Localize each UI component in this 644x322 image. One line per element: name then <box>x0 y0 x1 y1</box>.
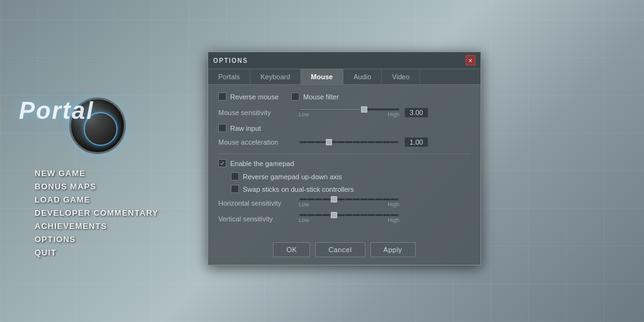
menu-item-achievements[interactable]: ACHIEVEMENTS <box>35 221 158 231</box>
mouse-sensitivity-fill <box>299 109 364 110</box>
vertical-sensitivity-label: Vertical sensitivity <box>218 215 294 223</box>
vertical-sensitivity-high: High <box>387 217 399 223</box>
menu-item-developer-commentary[interactable]: DEVELOPER COMMENTARY <box>35 208 158 218</box>
ok-button[interactable]: OK <box>273 242 310 257</box>
portal-logo: Portal <box>19 97 94 125</box>
swap-sticks-text: Swap sticks on dual-stick controllers <box>243 186 354 193</box>
mouse-sensitivity-label: Mouse sensitivity <box>218 109 294 116</box>
horizontal-sensitivity-row: Horizontal sensitivity Low High <box>218 198 470 208</box>
vertical-sensitivity-thumb[interactable] <box>331 212 337 218</box>
main-menu: NEW GAME BONUS MAPS LOAD GAME DEVELOPER … <box>35 169 158 257</box>
cancel-button[interactable]: Cancel <box>315 242 365 257</box>
enable-gamepad-text: Enable the gamepad <box>230 160 294 167</box>
menu-item-options[interactable]: OPTIONS <box>35 235 158 244</box>
mouse-filter-text: Mouse filter <box>303 93 339 101</box>
raw-input-checkbox[interactable] <box>218 124 226 132</box>
enable-gamepad-label[interactable]: Enable the gamepad <box>218 159 294 167</box>
horizontal-sensitivity-thumb[interactable] <box>331 196 337 203</box>
reverse-mouse-text: Reverse mouse <box>230 93 279 101</box>
tab-audio[interactable]: Audio <box>343 69 382 84</box>
vertical-sensitivity-slider-container: Low High <box>299 214 399 223</box>
tab-portals[interactable]: Portals <box>208 69 250 84</box>
menu-item-bonus-maps[interactable]: BONUS MAPS <box>35 182 158 191</box>
mouse-sensitivity-row: Mouse sensitivity Low High 3.00 <box>218 107 470 118</box>
reverse-gamepad-text: Reverse gamepad up-down axis <box>243 173 342 180</box>
mouse-sensitivity-low: Low <box>299 111 309 118</box>
reverse-mouse-label[interactable]: Reverse mouse <box>218 92 279 101</box>
divider-1 <box>218 153 470 154</box>
mouse-sensitivity-value: 3.00 <box>404 108 428 118</box>
dialog-tabs: Portals Keyboard Mouse Audio Video <box>208 69 480 85</box>
tab-keyboard[interactable]: Keyboard <box>250 69 301 84</box>
row-swap-sticks: Swap sticks on dual-stick controllers <box>231 185 470 193</box>
row-enable-gamepad: Enable the gamepad <box>218 159 470 167</box>
horizontal-sensitivity-high: High <box>387 201 399 208</box>
close-button[interactable]: × <box>465 55 475 65</box>
apply-button[interactable]: Apply <box>370 242 416 257</box>
options-dialog: OPTIONS × Portals Keyboard Mouse Audio V… <box>208 52 481 265</box>
horizontal-sensitivity-low: Low <box>299 201 309 208</box>
menu-item-quit[interactable]: QUIT <box>35 248 158 257</box>
mouse-sensitivity-track[interactable] <box>299 108 399 111</box>
vertical-sensitivity-row: Vertical sensitivity Low High <box>218 214 470 223</box>
mouse-acceleration-thumb[interactable] <box>326 139 332 145</box>
mouse-acceleration-value: 1.00 <box>404 137 428 147</box>
mouse-filter-checkbox[interactable] <box>291 92 299 101</box>
row-reverse-mouse-filter: Reverse mouse Mouse filter <box>218 92 470 101</box>
reverse-gamepad-label[interactable]: Reverse gamepad up-down axis <box>231 172 342 180</box>
mouse-acceleration-track[interactable] <box>299 141 399 143</box>
horizontal-sensitivity-slider-container: Low High <box>299 198 399 208</box>
dialog-body: Reverse mouse Mouse filter Mouse sensiti… <box>208 85 480 237</box>
tab-mouse[interactable]: Mouse <box>301 69 343 84</box>
horizontal-sensitivity-label: Horizontal sensitivity <box>218 199 294 207</box>
mouse-acceleration-label: Mouse acceleration <box>218 138 294 146</box>
vertical-sensitivity-labels: Low High <box>299 217 399 223</box>
horizontal-sensitivity-track[interactable] <box>299 198 399 201</box>
mouse-sensitivity-labels: Low High <box>299 111 399 118</box>
mouse-sensitivity-slider-container: Low High <box>299 107 399 118</box>
mouse-filter-label[interactable]: Mouse filter <box>291 92 339 101</box>
reverse-gamepad-checkbox[interactable] <box>231 172 239 180</box>
dialog-titlebar: OPTIONS × <box>208 52 480 69</box>
vertical-sensitivity-track[interactable] <box>299 214 399 216</box>
mouse-acceleration-row: Mouse acceleration 1.00 <box>218 137 470 147</box>
enable-gamepad-checkbox[interactable] <box>218 159 226 167</box>
menu-item-load-game[interactable]: LOAD GAME <box>35 195 158 204</box>
row-reverse-gamepad: Reverse gamepad up-down axis <box>231 172 470 180</box>
mouse-sensitivity-high: High <box>387 111 399 118</box>
raw-input-label[interactable]: Raw input <box>218 124 261 132</box>
reverse-mouse-checkbox[interactable] <box>218 92 226 101</box>
swap-sticks-label[interactable]: Swap sticks on dual-stick controllers <box>231 185 354 193</box>
mouse-sensitivity-thumb[interactable] <box>361 106 367 113</box>
dialog-footer: OK Cancel Apply <box>208 237 480 265</box>
tab-video[interactable]: Video <box>382 69 420 84</box>
vertical-sensitivity-low: Low <box>299 217 309 223</box>
horizontal-sensitivity-labels: Low High <box>299 201 399 208</box>
dialog-title: OPTIONS <box>213 57 248 64</box>
swap-sticks-checkbox[interactable] <box>231 185 239 193</box>
menu-item-new-game[interactable]: NEW GAME <box>35 169 158 178</box>
raw-input-text: Raw input <box>230 125 261 132</box>
row-raw-input: Raw input <box>218 124 470 132</box>
